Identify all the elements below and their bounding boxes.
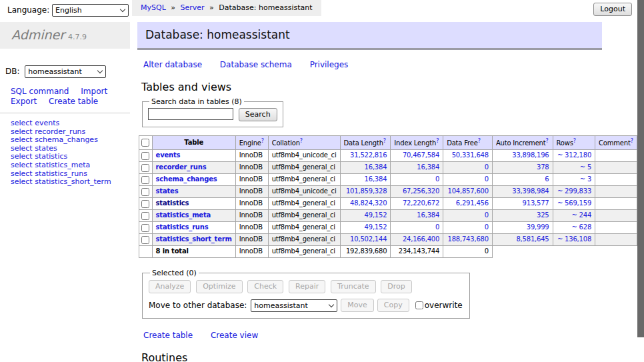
table-link[interactable]: recorder_runs xyxy=(156,163,207,171)
row-checkbox[interactable] xyxy=(141,212,149,220)
cell-data-length[interactable]: 31,522,816 xyxy=(350,151,387,159)
cell-auto-increment[interactable]: 913,577 xyxy=(523,199,549,207)
cell-auto-increment[interactable]: 378 xyxy=(537,163,549,171)
cell-index-length[interactable]: 70,467,584 xyxy=(403,151,439,159)
sidebar-item-select-schema-changes[interactable]: select schema_changes xyxy=(11,136,130,145)
logout-button[interactable]: Logout xyxy=(593,3,632,16)
row-checkbox[interactable] xyxy=(141,236,149,244)
cell-auto-increment[interactable]: 33,398,984 xyxy=(512,187,549,195)
app-brand-band: Adminer4.7.9 xyxy=(0,22,130,49)
row-checkbox[interactable] xyxy=(141,176,149,184)
create-view-link[interactable]: Create view xyxy=(211,331,258,340)
db-select[interactable]: homeassistant xyxy=(25,65,106,78)
cell-index-length[interactable]: 24,166,400 xyxy=(403,235,439,243)
language-select[interactable]: English xyxy=(52,4,129,17)
column-help-link[interactable]: ? xyxy=(478,138,481,144)
scrollbar-thumb[interactable] xyxy=(637,0,644,337)
cell-data-free[interactable]: 0 xyxy=(485,223,489,231)
cell-index-length[interactable]: 16,384 xyxy=(417,211,439,219)
cell-index-length[interactable]: 0 xyxy=(435,223,439,231)
cell-rows[interactable]: ~ 136,108 xyxy=(557,235,591,243)
scrollbar[interactable] xyxy=(637,0,644,362)
main-panel: MySQL » Server » Database: homeassistant… xyxy=(130,0,637,362)
row-checkbox[interactable] xyxy=(141,200,149,208)
cell-rows[interactable]: ~ 244 xyxy=(571,211,591,219)
search-input[interactable] xyxy=(148,108,233,120)
breadcrumb-mysql-link[interactable]: MySQL xyxy=(141,3,166,12)
cell-data-length[interactable]: 101,859,328 xyxy=(346,187,387,195)
cell-auto-increment[interactable]: 6 xyxy=(545,175,549,183)
sidebar-item-select-statistics-meta[interactable]: select statistics_meta xyxy=(11,161,130,170)
cell-index-length[interactable]: 16,384 xyxy=(417,163,439,171)
sidebar-item-select-statistics-short-term[interactable]: select statistics_short_term xyxy=(11,178,130,187)
optimize-button[interactable]: Optimize xyxy=(196,280,242,293)
breadcrumb-server-link[interactable]: Server xyxy=(181,3,205,12)
cell-index-length[interactable]: 67,256,320 xyxy=(403,187,439,195)
cell-data-free[interactable]: 50,331,648 xyxy=(452,151,489,159)
truncate-button[interactable]: Truncate xyxy=(331,280,375,293)
row-checkbox[interactable] xyxy=(141,152,149,160)
analyze-button[interactable]: Analyze xyxy=(149,280,191,293)
sidebar-sql-command-link[interactable]: SQL command xyxy=(11,87,69,96)
table-link[interactable]: statistics_runs xyxy=(156,223,209,231)
table-link[interactable]: statistics xyxy=(156,199,189,207)
search-button[interactable]: Search xyxy=(239,108,277,121)
sidebar-import-link[interactable]: Import xyxy=(81,87,107,96)
column-help-link[interactable]: ? xyxy=(261,138,264,144)
cell-rows[interactable]: ~ 299,833 xyxy=(557,187,591,195)
drop-button[interactable]: Drop xyxy=(381,280,411,293)
create-table-link[interactable]: Create table xyxy=(143,331,193,340)
cell-data-free[interactable]: 0 xyxy=(485,175,489,183)
move-database-select[interactable]: homeassistant xyxy=(251,299,337,312)
cell-index-length[interactable]: 72,220,672 xyxy=(403,199,439,207)
cell-data-length[interactable]: 49,152 xyxy=(365,211,387,219)
column-help-link[interactable]: ? xyxy=(300,138,303,144)
cell-data-length[interactable]: 10,502,144 xyxy=(350,235,387,243)
cell-auto-increment[interactable]: 39,999 xyxy=(527,223,549,231)
cell-rows[interactable]: ~ 569,159 xyxy=(557,199,591,207)
row-checkbox[interactable] xyxy=(141,224,149,232)
table-link[interactable]: statistics_short_term xyxy=(156,235,232,243)
cell-rows[interactable]: ~ 3 xyxy=(580,175,591,183)
column-help-link[interactable]: ? xyxy=(545,138,548,144)
column-header-table: Table xyxy=(152,136,235,150)
cell-rows[interactable]: ~ 5 xyxy=(580,163,591,171)
cell-auto-increment[interactable]: 8,581,645 xyxy=(516,235,549,243)
cell-data-length[interactable]: 16,384 xyxy=(365,163,387,171)
cell-data-free[interactable]: 0 xyxy=(485,211,489,219)
sidebar-item-select-events[interactable]: select events xyxy=(11,119,130,128)
column-help-link[interactable]: ? xyxy=(436,138,439,144)
sidebar-create-table-link[interactable]: Create table xyxy=(49,97,98,106)
cell-data-free[interactable]: 6,291,456 xyxy=(456,199,489,207)
move-button[interactable]: Move xyxy=(341,299,374,312)
repair-button[interactable]: Repair xyxy=(289,280,325,293)
database-schema-link[interactable]: Database schema xyxy=(220,60,292,69)
check-button[interactable]: Check xyxy=(247,280,283,293)
cell-data-length[interactable]: 49,152 xyxy=(365,223,387,231)
row-checkbox[interactable] xyxy=(141,188,149,196)
cell-data-length[interactable]: 16,384 xyxy=(365,175,387,183)
column-help-link[interactable]: ? xyxy=(631,138,633,144)
cell-data-free[interactable]: 104,857,600 xyxy=(447,187,488,195)
cell-rows[interactable]: ~ 628 xyxy=(571,223,591,231)
table-link[interactable]: statistics_meta xyxy=(156,211,211,219)
cell-rows[interactable]: ~ 312,180 xyxy=(557,151,591,159)
column-help-link[interactable]: ? xyxy=(383,138,386,144)
select-all-checkbox[interactable] xyxy=(141,139,149,147)
privileges-link[interactable]: Privileges xyxy=(310,60,349,69)
alter-database-link[interactable]: Alter database xyxy=(143,60,202,69)
cell-index-length[interactable]: 0 xyxy=(435,175,439,183)
cell-auto-increment[interactable]: 33,898,196 xyxy=(512,151,549,159)
sidebar-export-link[interactable]: Export xyxy=(11,97,37,106)
table-link[interactable]: states xyxy=(156,187,179,195)
cell-auto-increment[interactable]: 325 xyxy=(537,211,549,219)
cell-data-free[interactable]: 188,743,680 xyxy=(447,235,488,243)
table-link[interactable]: events xyxy=(156,151,181,159)
cell-data-free[interactable]: 0 xyxy=(485,163,489,171)
copy-button[interactable]: Copy xyxy=(377,299,409,312)
overwrite-checkbox[interactable] xyxy=(415,301,423,309)
cell-data-length[interactable]: 48,824,320 xyxy=(350,199,387,207)
column-help-link[interactable]: ? xyxy=(573,138,576,144)
table-link[interactable]: schema_changes xyxy=(156,175,217,183)
row-checkbox[interactable] xyxy=(141,164,149,172)
